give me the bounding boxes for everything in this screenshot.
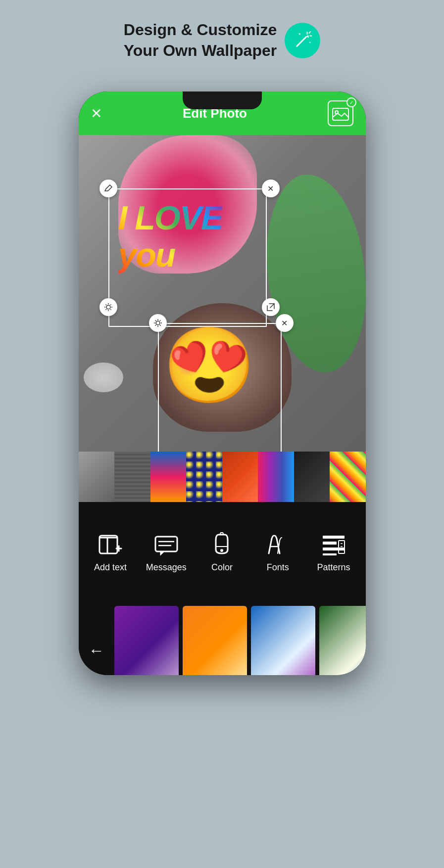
- svg-line-15: [110, 309, 111, 310]
- svg-rect-34: [323, 542, 337, 545]
- close-icon-2: ✕: [281, 319, 288, 328]
- pencil-icon: [104, 184, 113, 193]
- messages-label: Messages: [146, 562, 187, 573]
- stone-decoration: [84, 363, 123, 392]
- svg-rect-33: [323, 536, 345, 539]
- magic-wand-button[interactable]: [285, 23, 320, 58]
- phone-shell: ✕ Edit Photo ✓ I LOVE you: [79, 91, 366, 675]
- texture-thumb-3[interactable]: [150, 452, 187, 502]
- color-label: Color: [211, 562, 233, 573]
- love-text: I LOVE you: [118, 199, 223, 274]
- filter-thumb-3[interactable]: [251, 606, 315, 675]
- fonts-icon: [264, 531, 292, 558]
- svg-line-17: [105, 309, 106, 310]
- texture-thumb-2[interactable]: [114, 452, 150, 502]
- add-text-icon: [97, 531, 124, 558]
- svg-point-5: [299, 33, 301, 35]
- texture-thumb-5[interactable]: [222, 452, 258, 502]
- svg-line-14: [105, 305, 106, 306]
- svg-line-0: [297, 37, 306, 46]
- resize-handle-1[interactable]: [262, 298, 280, 316]
- svg-line-24: [160, 325, 161, 326]
- texture-thumb-7[interactable]: [294, 452, 330, 502]
- image-save-icon: [332, 104, 349, 122]
- close-handle-2[interactable]: ✕: [276, 314, 294, 332]
- color-icon: [208, 531, 236, 558]
- patterns-tool[interactable]: Patterns: [306, 531, 362, 573]
- patterns-icon: [320, 531, 347, 558]
- add-text-label: Add text: [94, 562, 127, 573]
- edit-handle[interactable]: [99, 180, 117, 197]
- filter-thumb-2[interactable]: [183, 606, 247, 675]
- svg-point-18: [156, 321, 160, 325]
- texture-thumb-6[interactable]: [258, 452, 294, 502]
- texture-thumb-8[interactable]: [330, 452, 366, 502]
- brightness-handle-2[interactable]: [149, 314, 167, 332]
- texture-thumb-1[interactable]: [79, 452, 115, 502]
- svg-point-32: [220, 549, 223, 552]
- close-icon-1: ✕: [267, 184, 274, 193]
- svg-line-4: [309, 32, 310, 33]
- filter-thumb-4[interactable]: [319, 606, 366, 675]
- save-button[interactable]: ✓: [328, 100, 353, 126]
- svg-point-9: [106, 305, 110, 309]
- messages-icon: [152, 531, 180, 558]
- svg-rect-29: [155, 537, 177, 551]
- header: Design & Customize Your Own Wallpaper: [0, 20, 444, 61]
- notch: [183, 91, 262, 109]
- messages-tool[interactable]: Messages: [138, 531, 194, 573]
- header-title: Design & Customize Your Own Wallpaper: [124, 20, 277, 61]
- color-tool[interactable]: Color: [194, 531, 250, 573]
- svg-point-6: [309, 42, 311, 43]
- bottom-toolbar: Add text Messages: [79, 502, 366, 601]
- svg-rect-37: [339, 541, 345, 553]
- emoji-sticker: 😍: [163, 328, 255, 402]
- brightness-handle-1[interactable]: [99, 298, 117, 316]
- svg-line-26: [155, 325, 156, 326]
- filter-thumb-1[interactable]: [114, 606, 179, 675]
- fonts-tool[interactable]: Fonts: [250, 531, 306, 573]
- photo-bg: I LOVE you ✕: [79, 135, 366, 452]
- check-badge: ✓: [346, 97, 356, 107]
- filter-strip: ←: [79, 601, 366, 675]
- close-button[interactable]: ✕: [91, 105, 102, 122]
- svg-rect-36: [323, 553, 337, 555]
- texture-strip: [79, 452, 366, 502]
- patterns-label: Patterns: [317, 562, 350, 573]
- close-handle-1[interactable]: ✕: [262, 180, 280, 197]
- back-arrow-button[interactable]: ←: [83, 641, 110, 660]
- brightness-icon-2: [153, 319, 162, 327]
- resize-icon-1: [266, 303, 275, 312]
- texture-thumb-4[interactable]: [186, 452, 222, 502]
- photo-canvas: I LOVE you ✕: [79, 135, 366, 452]
- svg-line-25: [160, 320, 161, 321]
- svg-line-16: [110, 305, 111, 306]
- svg-rect-35: [323, 548, 345, 550]
- brightness-icon-1: [104, 303, 113, 312]
- fonts-label: Fonts: [267, 562, 289, 573]
- svg-line-23: [155, 320, 156, 321]
- magic-wand-icon: [293, 31, 312, 50]
- add-text-tool[interactable]: Add text: [83, 531, 139, 573]
